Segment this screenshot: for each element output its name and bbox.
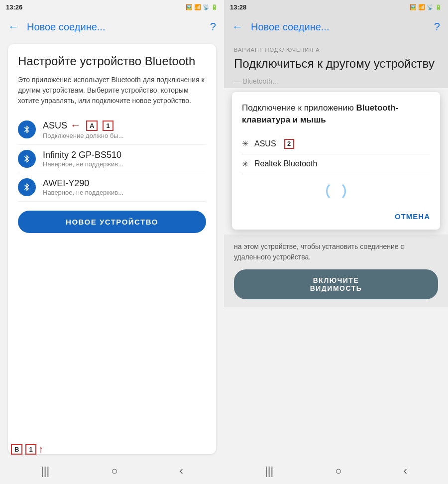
device-info-infinity: Infinity 2 GP-BS510 Наверное, не поддерж… (43, 150, 123, 168)
nav-home-left[interactable]: ○ (103, 462, 125, 481)
phone-right: 13:28 🖼️ 📶 📡 🔋 ← Новое соедине... ? ВАРИ… (224, 0, 448, 484)
loading-spinner (326, 181, 346, 201)
toolbar-right: ← Новое соедине... ? (224, 14, 448, 40)
device-sub-awei: Наверное, не поддержив... (43, 189, 123, 196)
bluetooth-icon-infinity (18, 150, 36, 168)
bottom-nav-right: ||| ○ ‹ (224, 458, 448, 484)
background-section: ВАРИАНТ ПОДКЛЮЧЕНИЯ А Подключиться к дру… (224, 40, 448, 88)
dialog-title: Подключение к приложению Bluetooth-клави… (242, 102, 430, 126)
status-bar-left: 13:26 🖼️ 📶 📡 🔋 (0, 0, 224, 14)
arrow-asus: ← (70, 119, 81, 132)
bt-icon-asus-r: ✳ (242, 139, 248, 148)
device-info-asus: ASUS ← A 1 Подключение должно бы... (43, 119, 124, 139)
badge-a: A (86, 121, 98, 131)
help-button-left[interactable]: ? (206, 18, 220, 35)
status-icons-left: 🖼️ 📶 📡 🔋 (186, 4, 218, 10)
nav-home-right[interactable]: ○ (327, 462, 349, 481)
status-icons-right: 🖼️ 📶 📡 🔋 (410, 4, 442, 10)
nav-menu-left[interactable]: ||| (33, 462, 57, 481)
device-name-infinity: Infinity 2 GP-BS510 (43, 150, 123, 160)
section-label: ВАРИАНТ ПОДКЛЮЧЕНИЯ А (224, 40, 448, 56)
signal-icon: 📡 (203, 4, 210, 10)
list-item[interactable]: ASUS ← A 1 Подключение должно бы... (18, 114, 206, 145)
back-button-left[interactable]: ← (4, 18, 23, 35)
toolbar-left: ← Новое соедине... ? (0, 14, 224, 40)
wifi-icon: 📶 (194, 4, 201, 10)
notification-icon: 🖼️ (186, 4, 193, 10)
section-main-text: Подключиться к другому устройству (224, 56, 448, 77)
badge-1: 1 (103, 121, 113, 131)
phone-left: 13:26 🖼️ 📶 📡 🔋 ← Новое соедине... ? Наст… (0, 0, 224, 484)
time-left: 13:26 (6, 3, 22, 11)
card-description-left: Это приложение использует Bluetooth для … (18, 75, 206, 106)
cancel-button[interactable]: ОТМЕНА (395, 210, 430, 223)
device-list-left: ASUS ← A 1 Подключение должно бы... Infi… (18, 114, 206, 202)
bottom-nav-left: ||| ○ ‹ (0, 458, 224, 484)
dialog-realtek-name: Realtek Bluetooth (254, 159, 317, 168)
help-button-right[interactable]: ? (430, 18, 444, 35)
device-name-awei: AWEI-Y290 (43, 178, 123, 189)
battery-icon: 🔋 (211, 4, 218, 10)
main-card-left: Настройте устройство Bluetooth Это прило… (8, 44, 216, 454)
bt-icon-realtek: ✳ (242, 159, 248, 169)
arrow-b1: ↑ (38, 444, 43, 455)
battery-icon-r: 🔋 (435, 4, 442, 10)
dialog-title-plain: Подключение к приложению (242, 103, 356, 113)
badge-2: 2 (284, 139, 294, 149)
notification-icon-r: 🖼️ (410, 4, 417, 10)
bluetooth-icon-awei (18, 178, 36, 196)
wifi-icon-r: 📶 (418, 4, 425, 10)
device-sub-asus: Подключение должно бы... (43, 132, 124, 139)
dialog-device-realtek[interactable]: ✳ Realtek Bluetooth (242, 154, 430, 174)
toolbar-title-right: Новое соедине... (251, 21, 426, 33)
dialog-asus-name: ASUS (254, 139, 276, 148)
back-button-right[interactable]: ← (228, 18, 247, 35)
visibility-button[interactable]: ВКЛЮЧИТЕ ВИДИМОСТЬ (234, 269, 438, 299)
time-right: 13:28 (230, 3, 246, 11)
badge-b1: 1 (25, 444, 36, 455)
list-item[interactable]: AWEI-Y290 Наверное, не поддержив... (18, 173, 206, 202)
nav-back-left[interactable]: ‹ (172, 462, 191, 481)
status-bar-right: 13:28 🖼️ 📶 📡 🔋 (224, 0, 448, 14)
list-item[interactable]: Infinity 2 GP-BS510 Наверное, не поддерж… (18, 145, 206, 173)
b1-label: B 1 ↑ (9, 444, 43, 455)
hidden-text: — Bluetooth... (224, 77, 448, 88)
signal-icon-r: 📡 (427, 4, 434, 10)
spinner-row (242, 174, 430, 205)
toolbar-title-left: Новое соедине... (27, 21, 202, 33)
bottom-section: на этом устройстве, чтобы установить сое… (224, 235, 448, 307)
nav-back-right[interactable]: ‹ (396, 462, 415, 481)
device-sub-infinity: Наверное, не поддержив... (43, 160, 123, 168)
nav-menu-right[interactable]: ||| (257, 462, 281, 481)
badge-b: B (11, 444, 22, 455)
dialog-overlay: Подключение к приложению Bluetooth-клави… (232, 92, 440, 230)
bluetooth-icon-asus (18, 121, 36, 138)
card-heading-left: Настройте устройство Bluetooth (18, 54, 206, 69)
device-name-asus: ASUS (43, 121, 67, 131)
device-info-awei: AWEI-Y290 Наверное, не поддержив... (43, 178, 123, 196)
bottom-section-text: на этом устройстве, чтобы установить сое… (234, 242, 438, 262)
dialog-cancel-row: ОТМЕНА (242, 205, 430, 223)
new-device-button[interactable]: НОВОЕ УСТРОЙСТВО (18, 211, 206, 233)
dialog-device-asus[interactable]: ✳ ASUS 2 (242, 134, 430, 154)
